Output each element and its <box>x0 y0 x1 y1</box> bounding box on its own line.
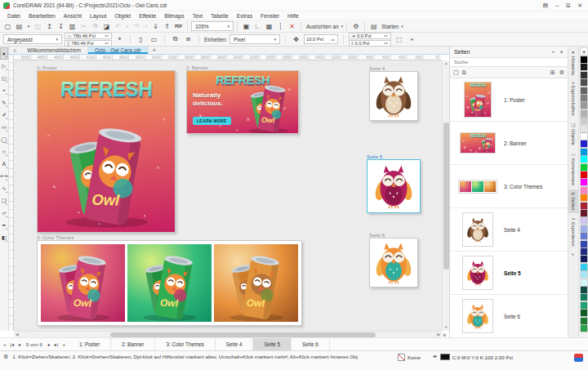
theme-panel-pink[interactable] <box>41 244 125 322</box>
tab-owl-cans-document[interactable]: Octo - Owl Cans.cdr <box>88 47 149 54</box>
palette-swatch[interactable] <box>581 325 587 332</box>
page-tab-seite-6[interactable]: Seite 6 <box>292 338 330 350</box>
connector-tool[interactable]: ∿ <box>0 182 8 194</box>
cloud-upload-icon[interactable]: ↥ <box>44 21 55 31</box>
docker-tab-hinweise[interactable]: ➤Hinweise <box>568 48 578 78</box>
palette-swatch[interactable] <box>581 279 587 286</box>
tab-welcome-screen[interactable]: Willkommensbildschirm <box>20 47 88 54</box>
add-page-before-icon[interactable]: + <box>3 342 7 347</box>
palette-swatch[interactable] <box>581 287 587 293</box>
menu-fenster[interactable]: Fenster <box>256 13 283 19</box>
pick-tool[interactable]: ➤ <box>0 47 8 60</box>
page-list-item-poster[interactable]: REFRESH 1: Poster <box>450 78 568 122</box>
palette-swatch[interactable] <box>581 179 587 185</box>
paste-icon[interactable]: ◪ <box>101 21 112 31</box>
account-icon[interactable]: ▤ <box>543 2 549 9</box>
interactive-fill-tool[interactable]: ◧ <box>0 231 8 243</box>
palette-swatch[interactable] <box>581 64 587 70</box>
theme-panel-green[interactable] <box>127 244 212 322</box>
palette-swatch[interactable] <box>581 87 587 94</box>
scroll-up-icon[interactable]: ▲ <box>444 62 448 66</box>
docker-tab--[interactable]: + <box>568 251 578 258</box>
menu-datei[interactable]: Datei <box>3 13 24 19</box>
palette-swatch[interactable] <box>581 294 587 301</box>
menu-effekte[interactable]: Effekte <box>135 13 160 19</box>
page-width-field[interactable]: ▭ 780.46 Pxl ◂▸ <box>65 33 112 39</box>
menu-ansicht[interactable]: Ansicht <box>60 13 86 19</box>
palette-swatch[interactable] <box>581 79 587 86</box>
palette-swatch[interactable] <box>581 149 587 155</box>
snap-to-dropdown[interactable]: Ausrichten an <box>305 24 341 29</box>
docker-tab-objekte[interactable]: ❏Objekte <box>568 120 578 148</box>
add-page-after-icon[interactable]: + <box>62 342 65 347</box>
ellipse-tool[interactable]: ◯ <box>0 133 8 145</box>
palette-swatch[interactable] <box>581 95 587 101</box>
palette-swatch[interactable] <box>581 217 587 224</box>
current-page-size-icon[interactable]: ⧉ <box>170 34 180 44</box>
rectangle-tool[interactable]: ▭ <box>0 121 8 133</box>
palette-swatch[interactable] <box>581 264 587 270</box>
show-guidelines-icon[interactable]: ┆ <box>275 21 286 31</box>
palette-swatch[interactable] <box>581 310 587 316</box>
menu-text[interactable]: Text <box>189 13 207 19</box>
artboard-banner[interactable]: REFRESH Naturally delicious. LEARN MORE <box>186 70 299 134</box>
palette-swatch[interactable] <box>581 56 587 63</box>
page-list-item-seite6[interactable]: Seite 6 <box>450 295 568 338</box>
next-page-icon[interactable]: ▸ <box>48 341 51 347</box>
scroll-right-icon[interactable]: ▶ <box>438 333 440 337</box>
dimension-tool[interactable]: ⟷ <box>0 170 8 182</box>
customize-plus-icon[interactable]: + <box>407 34 417 44</box>
palette-swatch[interactable] <box>581 118 587 124</box>
stepper-icon[interactable]: ◂▸ <box>105 41 109 45</box>
previous-page-icon[interactable]: ◂ <box>18 341 20 347</box>
palette-swatch[interactable] <box>581 164 587 171</box>
docker-tab-kommentare[interactable]: ▭Kommentare <box>568 149 578 188</box>
palette-swatch[interactable] <box>581 156 587 163</box>
scroll-left-icon[interactable]: ◀ <box>16 333 18 337</box>
page-list-item-seite4[interactable]: Seite 4 <box>450 208 568 252</box>
palette-swatch[interactable] <box>581 72 587 78</box>
palette-swatch[interactable] <box>581 241 587 247</box>
show-rulers-icon[interactable]: ∟ <box>252 21 263 31</box>
page-list-item-color-themes[interactable]: 3: Color Themes <box>450 165 568 208</box>
fullscreen-preview-icon[interactable]: ▣ <box>241 21 252 31</box>
artboard-seite6[interactable] <box>369 238 418 288</box>
open-dropdown-icon[interactable]: ▾ <box>25 21 32 31</box>
scroll-down-icon[interactable]: ▼ <box>444 326 448 330</box>
page-tab-seite-5[interactable]: Seite 5 <box>253 338 292 350</box>
first-page-icon[interactable]: |◂ <box>11 341 15 347</box>
artboard-poster[interactable]: REFRESH <box>37 70 176 233</box>
master-page-icon[interactable]: ⧉ <box>462 69 466 76</box>
last-page-icon[interactable]: ▸| <box>55 341 59 347</box>
page-tab-3-color-themes[interactable]: 3: Color Themes <box>155 338 215 350</box>
all-pages-size-icon[interactable]: ⧈ <box>183 34 194 44</box>
menu-objekt[interactable]: Objekt <box>110 13 135 19</box>
close-button[interactable]: ✕ <box>577 2 582 9</box>
stepper-icon[interactable]: ◂▸ <box>105 33 109 38</box>
status-gear-icon[interactable]: ⚙ <box>3 354 8 360</box>
page-tab-seite-4[interactable]: Seite 4 <box>216 338 254 350</box>
new-document-icon[interactable]: ▢ <box>2 21 13 31</box>
text-tool[interactable]: A <box>0 158 8 170</box>
transparency-tool[interactable]: ▱ <box>0 207 8 219</box>
palette-swatch[interactable] <box>581 102 587 109</box>
guidelines-off-icon[interactable]: ✕ <box>287 21 297 31</box>
eyedropper-tool[interactable]: ✒ <box>0 219 8 231</box>
palette-swatch[interactable] <box>581 302 587 309</box>
drawing-canvas[interactable]: 1: Poster REFRESH 2: Banner REFRESH Natu… <box>14 60 442 331</box>
docker-tab-seiten[interactable]: ⧉Seiten <box>568 189 578 212</box>
page-tab-1-poster[interactable]: 1: Poster <box>69 338 111 350</box>
thumbnail-view-icon[interactable]: ⊞ <box>550 69 555 76</box>
docker-settings-gear-icon[interactable]: ⚙ <box>559 69 564 76</box>
palette-swatch[interactable] <box>581 140 587 147</box>
artboard-seite5[interactable] <box>367 159 421 213</box>
stepper-icon[interactable]: ◂▸ <box>384 41 389 45</box>
minimize-button[interactable]: – <box>555 2 559 8</box>
vertical-scroll-thumb[interactable] <box>443 123 449 270</box>
menu-bitmaps[interactable]: Bitmaps <box>160 13 189 19</box>
crop-tool[interactable]: ◱ <box>0 72 8 84</box>
palette-swatch[interactable] <box>581 110 587 117</box>
open-document-icon[interactable]: ▤ <box>14 21 24 31</box>
options-gear-icon[interactable]: ⚙ <box>350 21 361 31</box>
horizontal-ruler[interactable]: 5000480046004400420040003800360034003200… <box>14 55 442 60</box>
